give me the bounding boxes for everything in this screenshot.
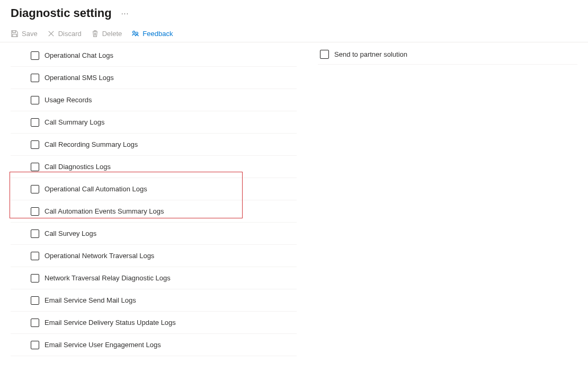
log-category-row: Network Traversal Relay Diagnostic Logs [11,267,297,289]
log-category-row: Call Survey Logs [11,223,297,245]
log-checkbox[interactable] [31,296,39,305]
log-checkbox[interactable] [31,319,39,327]
log-checkbox[interactable] [31,51,39,60]
log-label: Operational Chat Logs [44,51,113,59]
discard-button[interactable]: Discard [47,30,82,38]
log-label: Operational Call Automation Logs [44,185,147,193]
destination-list: Send to partner solution [318,45,577,65]
log-checkbox[interactable] [31,74,39,82]
more-icon[interactable]: ··· [121,9,129,17]
log-label: Network Traversal Relay Diagnostic Logs [44,274,171,282]
save-button[interactable]: Save [11,30,38,38]
partner-checkbox[interactable] [320,50,329,59]
log-label: Email Service User Engagement Logs [44,341,161,349]
partner-label: Send to partner solution [334,50,407,58]
page-header: Diagnostic setting ··· [0,0,588,24]
delete-button[interactable]: Delete [91,30,122,38]
log-label: Operational Network Traversal Logs [44,252,154,260]
log-label: Usage Records [44,96,92,104]
log-category-row: Call Automation Events Summary Logs [11,200,297,223]
log-category-row: Email Service Send Mail Logs [11,289,297,312]
log-category-row: Operational Call Automation Logs [11,178,297,200]
save-icon [11,30,19,38]
log-label: Email Service Delivery Status Update Log… [44,319,176,326]
discard-icon [47,30,55,38]
feedback-button[interactable]: Feedback [131,30,173,38]
delete-icon [91,30,99,38]
log-checkbox[interactable] [31,163,39,171]
log-label: Email Service Send Mail Logs [44,296,136,304]
log-category-row: Usage Records [11,89,297,111]
log-checkbox[interactable] [31,185,39,193]
logs-category-list: Operational Chat Logs Operational SMS Lo… [11,45,297,356]
log-checkbox[interactable] [31,96,39,104]
log-category-row: Call Summary Logs [11,111,297,134]
log-checkbox[interactable] [31,274,39,282]
log-checkbox[interactable] [31,207,39,216]
log-category-row: Call Diagnostics Logs [11,156,297,178]
log-checkbox[interactable] [31,341,39,349]
command-bar: Save Discard Delete Feedback [0,24,588,42]
log-category-row: Email Service Delivery Status Update Log… [11,312,297,334]
log-checkbox[interactable] [31,140,39,149]
log-checkbox[interactable] [31,118,39,127]
log-checkbox[interactable] [31,229,39,238]
log-checkbox[interactable] [31,252,39,260]
log-label: Call Recording Summary Logs [44,140,138,148]
log-category-row: Call Recording Summary Logs [11,134,297,156]
log-category-row: Operational SMS Logs [11,67,297,89]
svg-point-1 [136,32,138,34]
log-category-row: Operational Chat Logs [11,45,297,67]
log-category-row: Email Service User Engagement Logs [11,334,297,356]
log-label: Call Automation Events Summary Logs [44,207,164,215]
log-label: Call Survey Logs [44,229,96,237]
log-label: Operational SMS Logs [44,74,114,82]
log-category-row: Operational Network Traversal Logs [11,245,297,267]
svg-point-0 [133,31,135,33]
page-title: Diagnostic setting [11,6,112,20]
feedback-icon [131,30,139,38]
log-label: Call Diagnostics Logs [44,163,111,171]
destination-row: Send to partner solution [318,45,577,65]
log-label: Call Summary Logs [44,118,104,126]
